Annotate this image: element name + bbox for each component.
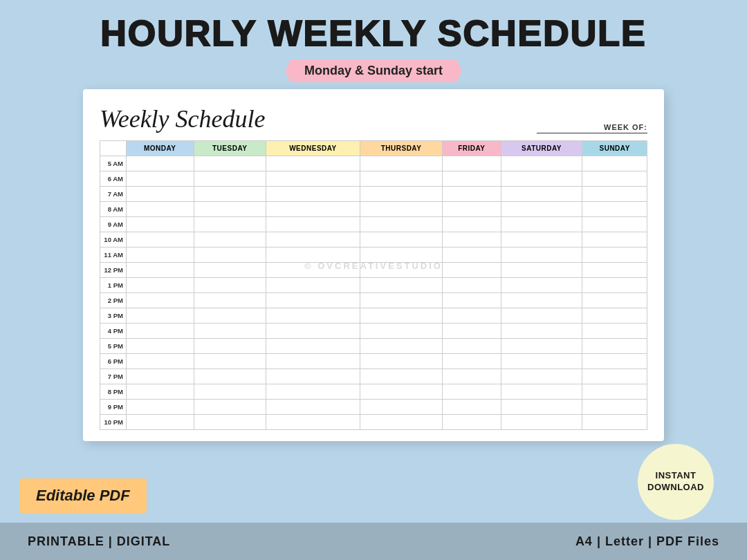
schedule-cell[interactable] — [266, 415, 360, 430]
schedule-cell[interactable] — [127, 187, 194, 202]
schedule-cell[interactable] — [194, 339, 266, 354]
schedule-cell[interactable] — [360, 339, 443, 354]
schedule-cell[interactable] — [442, 400, 501, 415]
schedule-cell[interactable] — [266, 369, 360, 384]
schedule-cell[interactable] — [266, 293, 360, 308]
schedule-cell[interactable] — [127, 232, 194, 248]
schedule-cell[interactable] — [501, 339, 582, 354]
schedule-cell[interactable] — [360, 171, 443, 187]
schedule-cell[interactable] — [266, 278, 360, 293]
schedule-cell[interactable] — [501, 354, 582, 369]
schedule-cell[interactable] — [194, 384, 266, 400]
schedule-cell[interactable] — [360, 400, 443, 415]
schedule-cell[interactable] — [501, 278, 582, 293]
schedule-cell[interactable] — [582, 339, 647, 354]
schedule-cell[interactable] — [442, 384, 501, 400]
schedule-cell[interactable] — [442, 278, 501, 293]
schedule-cell[interactable] — [127, 156, 194, 171]
schedule-cell[interactable] — [501, 202, 582, 217]
schedule-cell[interactable] — [582, 232, 647, 248]
schedule-cell[interactable] — [266, 248, 360, 263]
schedule-cell[interactable] — [360, 248, 443, 263]
schedule-cell[interactable] — [194, 171, 266, 187]
schedule-cell[interactable] — [266, 232, 360, 248]
schedule-cell[interactable] — [127, 308, 194, 324]
schedule-cell[interactable] — [442, 156, 501, 171]
schedule-cell[interactable] — [360, 202, 443, 217]
schedule-cell[interactable] — [127, 369, 194, 384]
schedule-cell[interactable] — [582, 263, 647, 278]
schedule-cell[interactable] — [442, 202, 501, 217]
schedule-cell[interactable] — [442, 293, 501, 308]
schedule-cell[interactable] — [266, 171, 360, 187]
schedule-cell[interactable] — [501, 369, 582, 384]
schedule-cell[interactable] — [266, 217, 360, 232]
schedule-cell[interactable] — [582, 400, 647, 415]
schedule-cell[interactable] — [582, 187, 647, 202]
schedule-cell[interactable] — [360, 369, 443, 384]
schedule-cell[interactable] — [442, 354, 501, 369]
schedule-cell[interactable] — [127, 278, 194, 293]
schedule-cell[interactable] — [582, 324, 647, 339]
schedule-cell[interactable] — [194, 369, 266, 384]
schedule-cell[interactable] — [127, 202, 194, 217]
schedule-cell[interactable] — [127, 400, 194, 415]
schedule-cell[interactable] — [266, 354, 360, 369]
schedule-cell[interactable] — [266, 202, 360, 217]
schedule-cell[interactable] — [442, 263, 501, 278]
schedule-cell[interactable] — [266, 339, 360, 354]
schedule-cell[interactable] — [360, 415, 443, 430]
schedule-cell[interactable] — [194, 415, 266, 430]
schedule-cell[interactable] — [582, 354, 647, 369]
schedule-cell[interactable] — [442, 248, 501, 263]
schedule-cell[interactable] — [127, 354, 194, 369]
schedule-cell[interactable] — [442, 171, 501, 187]
schedule-cell[interactable] — [127, 324, 194, 339]
schedule-cell[interactable] — [360, 293, 443, 308]
schedule-cell[interactable] — [360, 263, 443, 278]
schedule-cell[interactable] — [442, 308, 501, 324]
schedule-cell[interactable] — [266, 187, 360, 202]
schedule-cell[interactable] — [194, 400, 266, 415]
schedule-cell[interactable] — [360, 308, 443, 324]
schedule-cell[interactable] — [442, 324, 501, 339]
schedule-cell[interactable] — [127, 217, 194, 232]
schedule-cell[interactable] — [582, 171, 647, 187]
schedule-cell[interactable] — [442, 187, 501, 202]
schedule-cell[interactable] — [582, 202, 647, 217]
schedule-cell[interactable] — [127, 384, 194, 400]
schedule-cell[interactable] — [501, 308, 582, 324]
schedule-cell[interactable] — [501, 171, 582, 187]
schedule-cell[interactable] — [127, 248, 194, 263]
schedule-cell[interactable] — [194, 248, 266, 263]
schedule-cell[interactable] — [582, 293, 647, 308]
schedule-cell[interactable] — [442, 339, 501, 354]
schedule-cell[interactable] — [360, 232, 443, 248]
schedule-cell[interactable] — [442, 369, 501, 384]
schedule-cell[interactable] — [266, 324, 360, 339]
schedule-cell[interactable] — [127, 415, 194, 430]
schedule-cell[interactable] — [266, 384, 360, 400]
schedule-cell[interactable] — [127, 339, 194, 354]
schedule-cell[interactable] — [360, 156, 443, 171]
schedule-cell[interactable] — [194, 324, 266, 339]
schedule-cell[interactable] — [194, 354, 266, 369]
schedule-cell[interactable] — [194, 278, 266, 293]
schedule-cell[interactable] — [194, 308, 266, 324]
schedule-cell[interactable] — [127, 171, 194, 187]
schedule-cell[interactable] — [582, 156, 647, 171]
schedule-cell[interactable] — [501, 248, 582, 263]
schedule-cell[interactable] — [501, 156, 582, 171]
schedule-cell[interactable] — [266, 263, 360, 278]
schedule-cell[interactable] — [501, 293, 582, 308]
schedule-cell[interactable] — [266, 156, 360, 171]
schedule-cell[interactable] — [360, 278, 443, 293]
schedule-cell[interactable] — [501, 415, 582, 430]
schedule-cell[interactable] — [501, 324, 582, 339]
schedule-cell[interactable] — [360, 354, 443, 369]
schedule-cell[interactable] — [582, 384, 647, 400]
schedule-cell[interactable] — [194, 156, 266, 171]
schedule-cell[interactable] — [266, 400, 360, 415]
schedule-cell[interactable] — [194, 293, 266, 308]
schedule-cell[interactable] — [360, 384, 443, 400]
